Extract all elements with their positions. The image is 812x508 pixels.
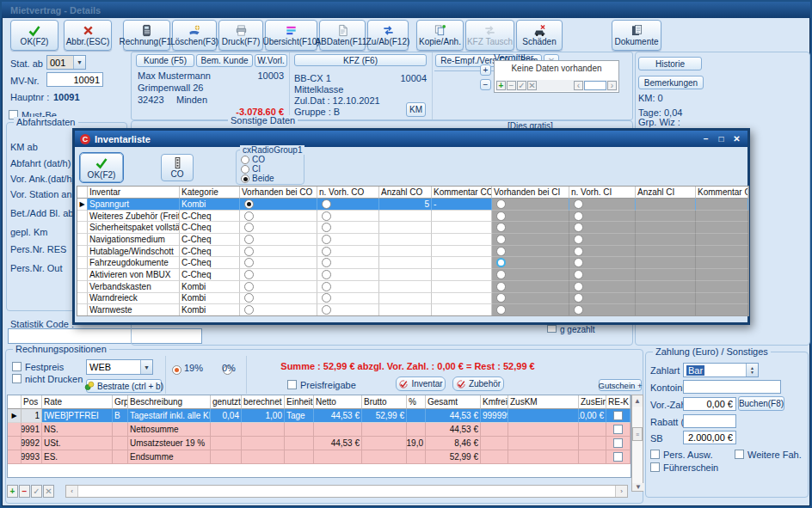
nicht-drucken-checkbox[interactable]: [12, 374, 22, 383]
inventory-row-aktivieren-von-mbux[interactable]: Aktivieren von MBUXC-Cheq: [77, 269, 748, 281]
inv-radio-ci_n_vorh[interactable]: [574, 223, 583, 232]
inventory-row-verbandskasten[interactable]: VerbandskastenKombi: [77, 281, 748, 293]
toolbar-button-l-schen-f3[interactable]: Löschen(F3): [172, 20, 217, 51]
tarif-combo[interactable]: WEB ▼: [86, 359, 153, 375]
row-cancel-icon[interactable]: ✕: [43, 485, 54, 498]
maximize-icon[interactable]: □: [716, 134, 727, 144]
toolbar-button-druck-f7[interactable]: Druck(F7): [218, 20, 263, 51]
zubehoer-button[interactable]: Zubehör: [452, 376, 504, 391]
re-k-checkbox[interactable]: [613, 452, 623, 462]
position-row-ns[interactable]: 99991NS.Nettosumme44,53 €: [8, 423, 631, 437]
positions-hscrollbar[interactable]: ‹ ›: [65, 485, 628, 498]
inventory-row-fahrzeugdokumente[interactable]: FahrzeugdokumenteC-Cheq: [77, 257, 748, 269]
scrollbar-thumb[interactable]: ≡: [632, 427, 643, 441]
toolbar-button-ok-f2[interactable]: OK(F2): [10, 20, 58, 51]
inv-radio-co_n_vorh[interactable]: [322, 247, 331, 256]
inv-radio-co_n_vorh[interactable]: [322, 305, 331, 315]
inv-radio-ci_vorhanden[interactable]: [496, 258, 506, 267]
inv-radio-ci_n_vorh[interactable]: [574, 282, 583, 291]
inv-radio-co_n_vorh[interactable]: [322, 235, 331, 244]
inv-radio-ci_vorhanden[interactable]: [496, 305, 506, 315]
toolbar-button-zu-ab-f12[interactable]: Zu/Ab(F12): [367, 20, 409, 51]
inv-radio-co_vorhanden[interactable]: [244, 211, 254, 221]
toolbar-button-abdaten-f11[interactable]: ABDaten(F11): [319, 20, 366, 51]
toolbar-button-kopie-anh[interactable]: Kopie/Anh.: [416, 20, 464, 51]
inv-radio-ci_vorhanden[interactable]: [496, 282, 506, 291]
historie-button[interactable]: Historie: [638, 57, 702, 70]
toolbar-button-rechnung-f1[interactable]: Rechnung(F1): [123, 20, 170, 51]
inv-radio-co_n_vorh[interactable]: [322, 270, 331, 279]
inv-radio-ci_vorhanden[interactable]: [496, 247, 506, 256]
kfz-button[interactable]: KFZ (F6): [294, 54, 427, 66]
inv-radio-ci_vorhanden[interactable]: [496, 235, 506, 244]
fuehrerschein-checkbox[interactable]: [650, 462, 660, 472]
stat-ab-combo[interactable]: 001 ▼: [46, 55, 86, 70]
tax-19-radio[interactable]: [172, 365, 181, 375]
inv-radio-co_vorhanden[interactable]: [244, 235, 254, 244]
inv-radio-co_n_vorh[interactable]: [322, 199, 331, 209]
inv-radio-ci_n_vorh[interactable]: [574, 305, 583, 315]
inv-radio-ci_n_vorh[interactable]: [574, 211, 583, 221]
radio-option-beide[interactable]: Beide: [241, 174, 274, 184]
inv-radio-ci_vorhanden[interactable]: [496, 223, 506, 232]
position-row-web-ptfrei[interactable]: ▶1[WEB]PTFREIBTagestarif inkl. alle KM0,…: [8, 409, 631, 423]
next-icon[interactable]: ›: [607, 81, 617, 90]
vermittler-minus-button[interactable]: −: [480, 79, 491, 90]
cancel-icon[interactable]: ✕: [527, 81, 537, 90]
row-add-icon[interactable]: +: [7, 485, 18, 498]
scroll-right-icon[interactable]: ›: [615, 486, 627, 497]
vermittler-plus-button[interactable]: +: [480, 64, 491, 76]
inv-radio-ci_n_vorh[interactable]: [574, 270, 583, 279]
kontoinh-input[interactable]: [683, 380, 781, 394]
toolbar-button-sch-den[interactable]: Schäden: [516, 20, 563, 51]
position-row-es[interactable]: 99993ES.Endsumme52,99 €: [8, 450, 631, 464]
inventory-row-hutablage-windschott[interactable]: Hutablage/WindschottC-Cheq: [77, 246, 748, 258]
toolbar-button-abbr-esc[interactable]: Abbr.(ESC): [64, 20, 112, 51]
inv-radio-co_vorhanden[interactable]: [244, 305, 254, 315]
inv-radio-ci_n_vorh[interactable]: [574, 258, 583, 267]
inv-radio-ci_n_vorh[interactable]: [574, 293, 583, 303]
w-vorl-button[interactable]: W.Vorl.: [255, 54, 287, 67]
rabatt-input[interactable]: [683, 414, 736, 428]
inv-radio-ci_vorhanden[interactable]: [496, 293, 506, 303]
inv-radio-co_n_vorh[interactable]: [322, 282, 331, 291]
positions-vscrollbar[interactable]: ▲ ≡ ▼: [631, 395, 643, 492]
inventory-row-sicherheitspaket-vollst-ndig[interactable]: Sicherheitspaket vollständigC-Cheq: [77, 222, 748, 234]
position-row-ust[interactable]: 99992USt.Umsatzsteuer 19 %44,53 €19,08,4…: [8, 437, 631, 450]
inv-radio-co_n_vorh[interactable]: [322, 211, 331, 221]
gezahlt-checkbox[interactable]: [547, 325, 557, 333]
scroll-up-icon[interactable]: ▲: [632, 395, 643, 407]
inventar-button[interactable]: Inventar: [396, 376, 446, 391]
bestrate-button[interactable]: Bestrate (ctrl + b): [86, 379, 162, 393]
zahlart-combo[interactable]: Bar ▲▼: [683, 363, 759, 377]
row-confirm-icon[interactable]: ✓: [31, 485, 42, 498]
prev-icon[interactable]: ‹: [574, 81, 583, 90]
kunde-button[interactable]: Kunde (F5): [136, 54, 194, 67]
inv-radio-ci_vorhanden[interactable]: [496, 211, 506, 221]
vermittler-page-field[interactable]: [584, 81, 606, 90]
inv-radio-ci_n_vorh[interactable]: [574, 199, 583, 209]
spinner-icon[interactable]: ▲▼: [746, 364, 758, 376]
pers-ausw-checkbox[interactable]: [650, 450, 660, 459]
vorzahl-input[interactable]: [683, 397, 736, 411]
inv-radio-co_vorhanden[interactable]: [244, 282, 254, 291]
add-icon[interactable]: +: [496, 81, 506, 90]
inventory-row-weiteres-zubeh-r-freitext[interactable]: Weiteres Zubehör (Freitext)C-Cheq: [77, 211, 748, 223]
re-k-checkbox[interactable]: [613, 411, 623, 420]
inv-radio-co_vorhanden[interactable]: [244, 247, 254, 256]
remove-icon[interactable]: −: [507, 81, 516, 90]
inv-radio-co_n_vorh[interactable]: [322, 223, 331, 232]
re-k-checkbox[interactable]: [613, 425, 623, 434]
confirm-icon[interactable]: ✓: [517, 81, 526, 90]
close-icon[interactable]: ✕: [731, 134, 742, 144]
inv-radio-co_n_vorh[interactable]: [322, 258, 331, 267]
buchen-button[interactable]: Buchen(F8): [738, 396, 784, 411]
gutschein-button[interactable]: Gutschein +: [599, 379, 642, 391]
toolbar-button-dokumente[interactable]: Dokumente: [612, 20, 661, 51]
re-k-checkbox[interactable]: [613, 438, 623, 448]
inv-radio-ci_vorhanden[interactable]: [496, 270, 506, 279]
inventory-row-warnweste[interactable]: WarnwesteKombi: [77, 304, 748, 316]
km-button[interactable]: KM: [406, 102, 426, 117]
bemerkungen-button[interactable]: Bemerkungen: [638, 76, 704, 89]
sb-input[interactable]: [683, 431, 736, 444]
